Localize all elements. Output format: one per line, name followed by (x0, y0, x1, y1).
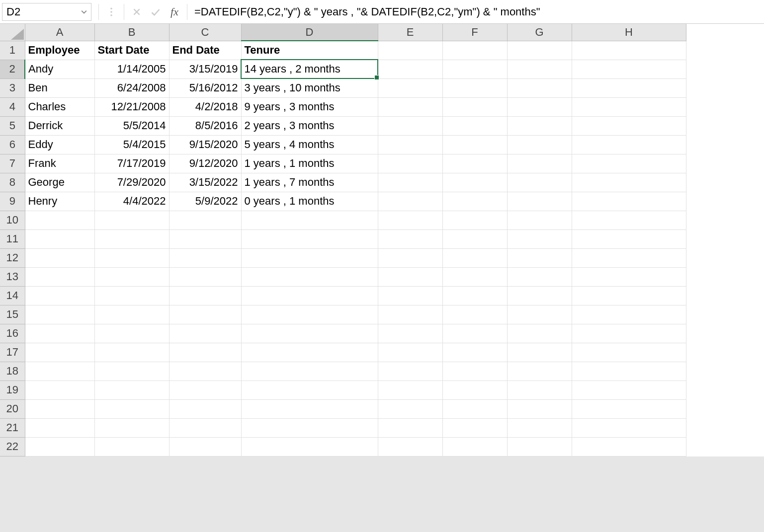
spreadsheet-grid[interactable]: ABCDEFGH1EmployeeStart DateEnd DateTenur… (0, 24, 764, 456)
cell-E9[interactable] (378, 192, 442, 211)
cell-A20[interactable] (25, 399, 94, 418)
cell-E11[interactable] (378, 229, 442, 248)
cell-G21[interactable] (507, 418, 572, 437)
cell-E2[interactable] (378, 60, 442, 78)
row-header-1[interactable]: 1 (0, 41, 25, 60)
column-header-B[interactable]: B (94, 24, 169, 41)
cell-H12[interactable] (572, 248, 686, 267)
cell-H13[interactable] (572, 267, 686, 286)
row-header-15[interactable]: 15 (0, 305, 25, 324)
cell-A22[interactable] (25, 437, 94, 456)
cell-D9[interactable]: 0 years , 1 months (241, 192, 378, 211)
cell-D16[interactable] (241, 324, 378, 343)
cell-E10[interactable] (378, 211, 442, 229)
cell-C19[interactable] (169, 380, 241, 399)
cell-F1[interactable] (442, 41, 507, 60)
cell-C3[interactable]: 5/16/2012 (169, 78, 241, 97)
cell-D1[interactable]: Tenure (241, 41, 378, 60)
cell-G6[interactable] (507, 135, 572, 154)
cell-B10[interactable] (94, 211, 169, 229)
row-header-4[interactable]: 4 (0, 97, 25, 116)
column-header-G[interactable]: G (507, 24, 572, 41)
cell-C7[interactable]: 9/12/2020 (169, 154, 241, 173)
cell-G19[interactable] (507, 380, 572, 399)
cell-A4[interactable]: Charles (25, 97, 94, 116)
cell-G18[interactable] (507, 362, 572, 380)
cell-G14[interactable] (507, 286, 572, 305)
cell-G12[interactable] (507, 248, 572, 267)
cell-F3[interactable] (442, 78, 507, 97)
fx-label[interactable]: fx (165, 5, 184, 18)
cell-G20[interactable] (507, 399, 572, 418)
cell-H15[interactable] (572, 305, 686, 324)
cell-C22[interactable] (169, 437, 241, 456)
cell-C9[interactable]: 5/9/2022 (169, 192, 241, 211)
cell-E17[interactable] (378, 343, 442, 362)
cell-B5[interactable]: 5/5/2014 (94, 116, 169, 135)
row-header-18[interactable]: 18 (0, 362, 25, 380)
cell-A15[interactable] (25, 305, 94, 324)
cell-A16[interactable] (25, 324, 94, 343)
cell-B1[interactable]: Start Date (94, 41, 169, 60)
cell-C21[interactable] (169, 418, 241, 437)
cell-C12[interactable] (169, 248, 241, 267)
cell-F10[interactable] (442, 211, 507, 229)
cell-B11[interactable] (94, 229, 169, 248)
cell-B2[interactable]: 1/14/2005 (94, 60, 169, 78)
column-header-A[interactable]: A (25, 24, 94, 41)
cell-H4[interactable] (572, 97, 686, 116)
cell-B8[interactable]: 7/29/2020 (94, 173, 169, 192)
cell-G5[interactable] (507, 116, 572, 135)
cell-H5[interactable] (572, 116, 686, 135)
cell-B15[interactable] (94, 305, 169, 324)
row-header-10[interactable]: 10 (0, 211, 25, 229)
cell-B14[interactable] (94, 286, 169, 305)
cell-E12[interactable] (378, 248, 442, 267)
cell-F15[interactable] (442, 305, 507, 324)
cell-D19[interactable] (241, 380, 378, 399)
cell-G17[interactable] (507, 343, 572, 362)
cell-F19[interactable] (442, 380, 507, 399)
cell-A2[interactable]: Andy (25, 60, 94, 78)
cell-E1[interactable] (378, 41, 442, 60)
cell-D17[interactable] (241, 343, 378, 362)
row-header-22[interactable]: 22 (0, 437, 25, 456)
cell-A11[interactable] (25, 229, 94, 248)
cell-C8[interactable]: 3/15/2022 (169, 173, 241, 192)
cell-F17[interactable] (442, 343, 507, 362)
cell-G10[interactable] (507, 211, 572, 229)
cell-E5[interactable] (378, 116, 442, 135)
cell-A5[interactable]: Derrick (25, 116, 94, 135)
row-header-11[interactable]: 11 (0, 229, 25, 248)
cell-G9[interactable] (507, 192, 572, 211)
cell-H20[interactable] (572, 399, 686, 418)
cell-B3[interactable]: 6/24/2008 (94, 78, 169, 97)
cell-B4[interactable]: 12/21/2008 (94, 97, 169, 116)
cell-C15[interactable] (169, 305, 241, 324)
row-header-19[interactable]: 19 (0, 380, 25, 399)
cell-B21[interactable] (94, 418, 169, 437)
cell-A6[interactable]: Eddy (25, 135, 94, 154)
cell-H19[interactable] (572, 380, 686, 399)
cell-B7[interactable]: 7/17/2019 (94, 154, 169, 173)
column-header-C[interactable]: C (169, 24, 241, 41)
cell-B20[interactable] (94, 399, 169, 418)
cell-F8[interactable] (442, 173, 507, 192)
cell-G8[interactable] (507, 173, 572, 192)
cell-D15[interactable] (241, 305, 378, 324)
cell-F6[interactable] (442, 135, 507, 154)
cell-E16[interactable] (378, 324, 442, 343)
cell-E18[interactable] (378, 362, 442, 380)
cell-E22[interactable] (378, 437, 442, 456)
cell-A17[interactable] (25, 343, 94, 362)
row-header-3[interactable]: 3 (0, 78, 25, 97)
row-header-8[interactable]: 8 (0, 173, 25, 192)
cell-E20[interactable] (378, 399, 442, 418)
cell-E3[interactable] (378, 78, 442, 97)
cell-A19[interactable] (25, 380, 94, 399)
cell-F16[interactable] (442, 324, 507, 343)
cell-D11[interactable] (241, 229, 378, 248)
cell-A13[interactable] (25, 267, 94, 286)
cell-H16[interactable] (572, 324, 686, 343)
cell-A9[interactable]: Henry (25, 192, 94, 211)
